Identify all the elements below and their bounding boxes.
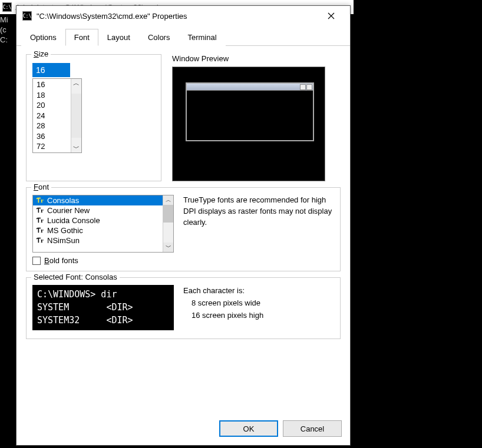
truetype-icon: Ƭr bbox=[35, 237, 45, 245]
font-description: TrueType fonts are recommended for high … bbox=[183, 195, 334, 253]
scroll-up-icon[interactable]: ︿ bbox=[71, 79, 81, 94]
font-sample: C:\WINDOWS> dir SYSTEM <DIR> SYSTEM32 <D… bbox=[32, 285, 174, 330]
size-input[interactable] bbox=[32, 63, 70, 77]
selected-font-group: Selected Font: Consolas C:\WINDOWS> dir … bbox=[26, 277, 341, 339]
character-info: Each character is: 8 screen pixels wide … bbox=[183, 285, 263, 321]
scroll-thumb[interactable] bbox=[163, 205, 173, 223]
tab-colors[interactable]: Colors bbox=[139, 29, 179, 46]
font-option[interactable]: ƬrLucida Console bbox=[33, 215, 163, 225]
font-list-container: ƬrConsolas ƬrCourier New ƬrLucida Consol… bbox=[32, 195, 174, 253]
cmd-icon: C:\ bbox=[22, 11, 32, 21]
font-list[interactable]: ƬrConsolas ƬrCourier New ƬrLucida Consol… bbox=[33, 195, 163, 252]
window-preview bbox=[172, 67, 325, 181]
tab-body: Size 16 18 20 24 28 36 72 ︿ bbox=[16, 46, 350, 416]
close-icon bbox=[328, 12, 335, 19]
tab-font[interactable]: Font bbox=[65, 29, 98, 46]
font-option[interactable]: ƬrConsolas bbox=[33, 195, 163, 205]
dialog-titlebar: C:\ "C:\Windows\System32\cmd.exe" Proper… bbox=[16, 6, 350, 26]
truetype-icon: Ƭr bbox=[35, 207, 45, 215]
size-option[interactable]: 36 bbox=[35, 131, 68, 142]
preview-window-titlebar bbox=[187, 84, 313, 91]
truetype-icon: Ƭr bbox=[35, 227, 45, 235]
font-label: Font bbox=[31, 182, 51, 191]
font-option[interactable]: ƬrNSimSun bbox=[33, 235, 163, 245]
size-option[interactable]: 72 bbox=[35, 141, 68, 152]
size-option[interactable]: 18 bbox=[35, 90, 68, 101]
size-list[interactable]: 16 18 20 24 28 36 72 bbox=[33, 79, 71, 152]
tab-layout[interactable]: Layout bbox=[98, 29, 139, 46]
size-option[interactable]: 28 bbox=[35, 121, 68, 131]
preview-section: Window Preview bbox=[172, 54, 341, 181]
size-scrollbar[interactable]: ︿ ﹀ bbox=[71, 79, 81, 152]
char-width: 8 screen pixels wide bbox=[183, 297, 263, 310]
size-option[interactable]: 16 bbox=[35, 79, 68, 90]
selected-font-label: Selected Font: Consolas bbox=[31, 273, 120, 281]
font-group: Font ƬrConsolas ƬrCourier New ƬrLucida C… bbox=[26, 187, 341, 271]
dialog-button-row: OK Cancel bbox=[16, 416, 350, 445]
bold-fonts-checkbox[interactable] bbox=[32, 257, 41, 265]
char-info-heading: Each character is: bbox=[183, 285, 263, 297]
char-height: 16 screen pixels high bbox=[183, 310, 263, 322]
truetype-icon: Ƭr bbox=[35, 217, 45, 225]
close-button[interactable] bbox=[318, 6, 344, 25]
scroll-track[interactable] bbox=[71, 94, 81, 138]
size-list-container: 16 18 20 24 28 36 72 ︿ ﹀ bbox=[32, 78, 82, 153]
size-option[interactable]: 20 bbox=[35, 100, 68, 111]
cmd-icon: C:\ bbox=[2, 2, 12, 12]
size-and-preview-row: Size 16 18 20 24 28 36 72 ︿ bbox=[26, 54, 341, 181]
size-label: Size bbox=[31, 49, 51, 58]
cancel-button[interactable]: Cancel bbox=[283, 420, 342, 437]
size-group: Size 16 18 20 24 28 36 72 ︿ bbox=[26, 54, 161, 181]
dialog-title: "C:\Windows\System32\cmd.exe" Properties bbox=[37, 12, 313, 21]
scroll-up-icon[interactable]: ︿ bbox=[163, 195, 173, 205]
properties-dialog: C:\ "C:\Windows\System32\cmd.exe" Proper… bbox=[16, 5, 351, 446]
font-scrollbar[interactable]: ︿ ﹀ bbox=[163, 195, 173, 252]
scroll-down-icon[interactable]: ﹀ bbox=[163, 243, 173, 252]
window-preview-label: Window Preview bbox=[172, 54, 341, 63]
preview-window bbox=[186, 82, 314, 141]
bold-fonts-row: Bold fonts bbox=[32, 256, 334, 265]
tab-terminal[interactable]: Terminal bbox=[179, 29, 225, 46]
scroll-track[interactable] bbox=[163, 223, 173, 243]
background-console-output: Mi (c C: bbox=[0, 14, 8, 47]
size-option[interactable]: 24 bbox=[35, 111, 68, 121]
tab-strip: Options Font Layout Colors Terminal bbox=[16, 28, 350, 46]
font-option[interactable]: ƬrMS Gothic bbox=[33, 225, 163, 235]
font-option[interactable]: ƬrCourier New bbox=[33, 205, 163, 215]
scroll-down-icon[interactable]: ﹀ bbox=[71, 138, 81, 152]
bold-fonts-label: Bold fonts bbox=[44, 256, 78, 265]
tab-options[interactable]: Options bbox=[21, 29, 65, 46]
truetype-icon: Ƭr bbox=[35, 197, 45, 205]
ok-button[interactable]: OK bbox=[219, 420, 278, 437]
